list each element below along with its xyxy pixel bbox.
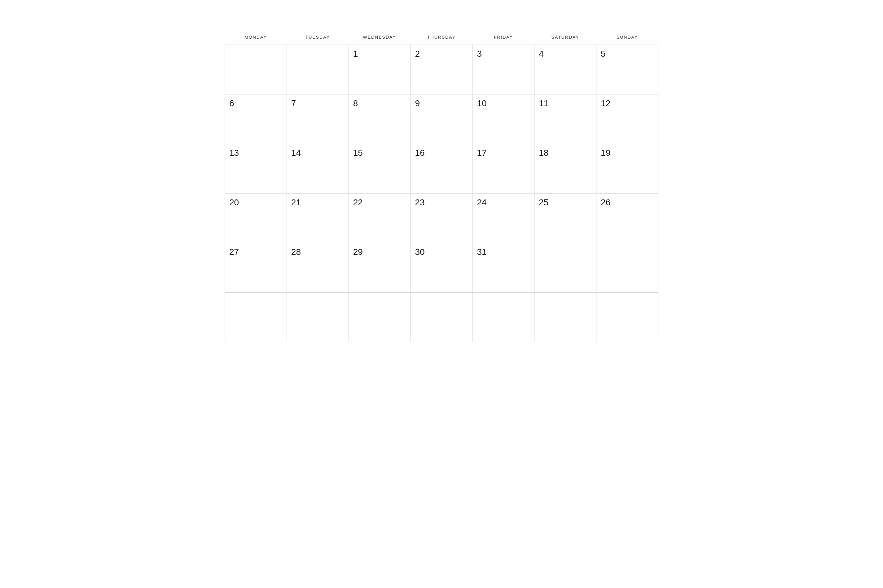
date-number: 21 — [291, 198, 301, 207]
date-number: 15 — [353, 148, 363, 158]
calendar-cell: 29 — [349, 243, 411, 292]
date-number: 14 — [291, 148, 301, 158]
week-row-5: 2728293031 — [225, 243, 658, 292]
calendar-cell: 12 — [596, 94, 658, 144]
calendar-cell — [225, 45, 287, 94]
calendar-cell: 18 — [534, 144, 596, 194]
day-header-friday: FRIDAY — [472, 31, 534, 45]
calendar-cell — [287, 292, 349, 342]
date-number: 6 — [229, 99, 234, 108]
calendar-cell — [287, 45, 349, 94]
date-number: 29 — [353, 247, 363, 257]
day-header-monday: MONDAY — [225, 31, 287, 45]
calendar-container: MONDAYTUESDAYWEDNESDAYTHURSDAYFRIDAYSATU… — [225, 31, 658, 342]
date-number: 28 — [291, 247, 301, 257]
date-number: 3 — [477, 49, 482, 58]
day-header-wednesday: WEDNESDAY — [349, 31, 411, 45]
date-number: 4 — [539, 49, 544, 58]
calendar-cell: 9 — [411, 94, 472, 144]
day-header-thursday: THURSDAY — [411, 31, 472, 45]
calendar-cell: 25 — [534, 194, 596, 243]
calendar-cell: 21 — [287, 194, 349, 243]
date-number: 24 — [477, 198, 486, 207]
calendar-table: MONDAYTUESDAYWEDNESDAYTHURSDAYFRIDAYSATU… — [225, 31, 658, 342]
calendar-cell: 3 — [472, 45, 534, 94]
date-number: 9 — [415, 99, 420, 108]
date-number: 20 — [229, 198, 239, 207]
calendar-cell: 5 — [596, 45, 658, 94]
calendar-cell — [225, 292, 287, 342]
calendar-cell: 19 — [596, 144, 658, 194]
day-header-saturday: SATURDAY — [534, 31, 596, 45]
date-number: 10 — [477, 99, 486, 108]
day-header-sunday: SUNDAY — [596, 31, 658, 45]
calendar-cell: 22 — [349, 194, 411, 243]
date-number: 22 — [353, 198, 363, 207]
calendar-cell: 7 — [287, 94, 349, 144]
date-number: 17 — [477, 148, 486, 158]
calendar-cell: 6 — [225, 94, 287, 144]
calendar-cell — [534, 292, 596, 342]
calendar-cell: 1 — [349, 45, 411, 94]
date-number: 16 — [415, 148, 425, 158]
calendar-cell: 10 — [472, 94, 534, 144]
week-row-1: 12345 — [225, 45, 658, 94]
calendar-cell: 30 — [411, 243, 472, 292]
calendar-cell: 27 — [225, 243, 287, 292]
calendar-cell — [596, 292, 658, 342]
calendar-cell — [411, 292, 472, 342]
date-number: 19 — [601, 148, 610, 158]
date-number: 2 — [415, 49, 420, 58]
date-number: 13 — [229, 148, 239, 158]
calendar-cell: 16 — [411, 144, 472, 194]
calendar-cell: 13 — [225, 144, 287, 194]
week-row-3: 13141516171819 — [225, 144, 658, 194]
date-number: 5 — [601, 49, 606, 58]
date-number: 26 — [601, 198, 610, 207]
calendar-cell: 20 — [225, 194, 287, 243]
date-number: 11 — [539, 99, 548, 108]
week-row-6 — [225, 292, 658, 342]
calendar-cell: 17 — [472, 144, 534, 194]
calendar-cell: 26 — [596, 194, 658, 243]
date-number: 1 — [353, 49, 358, 58]
calendar-cell: 14 — [287, 144, 349, 194]
date-number: 27 — [229, 247, 239, 257]
calendar-cell: 24 — [472, 194, 534, 243]
calendar-cell — [472, 292, 534, 342]
header-row: MONDAYTUESDAYWEDNESDAYTHURSDAYFRIDAYSATU… — [225, 31, 658, 45]
calendar-cell — [534, 243, 596, 292]
date-number: 23 — [415, 198, 425, 207]
calendar-cell: 8 — [349, 94, 411, 144]
calendar-cell: 2 — [411, 45, 472, 94]
calendar-cell: 31 — [472, 243, 534, 292]
day-header-tuesday: TUESDAY — [287, 31, 349, 45]
calendar-cell — [596, 243, 658, 292]
date-number: 18 — [539, 148, 548, 158]
date-number: 12 — [601, 99, 610, 108]
date-number: 30 — [415, 247, 425, 257]
calendar-cell: 23 — [411, 194, 472, 243]
calendar-cell: 4 — [534, 45, 596, 94]
calendar-cell: 11 — [534, 94, 596, 144]
week-row-2: 6789101112 — [225, 94, 658, 144]
calendar-cell — [349, 292, 411, 342]
date-number: 7 — [291, 99, 296, 108]
date-number: 8 — [353, 99, 358, 108]
calendar-cell: 28 — [287, 243, 349, 292]
date-number: 25 — [539, 198, 548, 207]
date-number: 31 — [477, 247, 486, 257]
calendar-cell: 15 — [349, 144, 411, 194]
week-row-4: 20212223242526 — [225, 194, 658, 243]
